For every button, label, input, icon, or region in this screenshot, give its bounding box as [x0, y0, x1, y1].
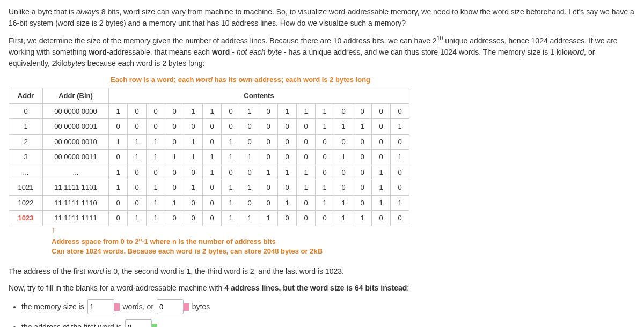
addr-cell: 3 — [9, 150, 43, 165]
bit-cell: 0 — [372, 211, 391, 226]
bit-cell: 1 — [391, 119, 409, 135]
bit-cell: 0 — [184, 165, 203, 180]
addr-cell: 0 — [9, 103, 43, 119]
text-bold: word — [89, 48, 106, 56]
text: 8 bits, word size can vary from machine … — [9, 8, 634, 27]
bit-cell: 1 — [184, 103, 203, 119]
addr-bin-cell: 11 1111 1111 — [43, 211, 109, 226]
bit-cell: 1 — [165, 150, 184, 165]
bit-cell: 1 — [147, 211, 165, 226]
paragraph-4: Now, try to fill in the blanks for a wor… — [9, 283, 635, 294]
text: Address space from 0 to 2 — [52, 237, 139, 246]
text-em: not each byte — [237, 48, 282, 56]
addr-cell: 1022 — [9, 195, 43, 211]
text-em: word — [196, 76, 213, 84]
bit-cell: 0 — [240, 195, 259, 211]
bit-cell: 1 — [147, 180, 165, 196]
bit-cell: 1 — [278, 103, 297, 119]
addr-bin-cell: 00 0000 0001 — [43, 119, 109, 135]
bit-cell: 0 — [109, 119, 128, 135]
bit-cell: 0 — [259, 134, 278, 150]
bit-cell: 1 — [222, 195, 240, 211]
bit-cell: 0 — [128, 195, 147, 211]
bit-cell: 1 — [109, 103, 128, 119]
bit-cell: 1 — [184, 134, 203, 150]
bit-cell: 1 — [316, 119, 334, 135]
bit-cell: 0 — [240, 134, 259, 150]
bit-cell: 0 — [240, 165, 259, 180]
table-row: 300 0000 00110111111100001001 — [9, 150, 409, 165]
bit-cell: 1 — [334, 150, 353, 165]
bit-cell: 0 — [353, 134, 372, 150]
text: -1 where n is the number of address bits — [142, 237, 276, 246]
table-row: 200 0000 00101110101000000000 — [9, 134, 409, 150]
bit-cell: 1 — [222, 150, 240, 165]
bit-cell: 0 — [259, 195, 278, 211]
bit-cell: 0 — [165, 165, 184, 180]
bit-cell: 0 — [128, 119, 147, 135]
first-word-addr-input[interactable] — [125, 319, 152, 327]
status-chip-icon — [152, 324, 157, 327]
bit-cell: 0 — [184, 211, 203, 226]
bit-cell: 1 — [203, 150, 222, 165]
bit-cell: 1 — [240, 211, 259, 226]
bit-cell: 0 — [316, 150, 334, 165]
addr-cell: ... — [9, 165, 43, 180]
text: the memory size is — [21, 302, 86, 311]
bit-cell: 1 — [259, 165, 278, 180]
arrow-up-icon: ↑ — [52, 226, 635, 234]
bit-cell: 1 — [109, 134, 128, 150]
memory-size-bytes-input[interactable] — [157, 299, 184, 314]
bit-cell: 0 — [372, 119, 391, 135]
bit-cell: 0 — [128, 180, 147, 196]
bit-cell: 0 — [391, 134, 409, 150]
bit-cell: 1 — [334, 211, 353, 226]
bit-cell: 1 — [334, 119, 353, 135]
text: is 0, the second word is 1, the third wo… — [104, 267, 343, 276]
bit-cell: 0 — [184, 119, 203, 135]
bit-cell: 1 — [391, 195, 409, 211]
bit-cell: 0 — [278, 180, 297, 196]
list-item: the address of the first word is — [21, 319, 635, 327]
bit-cell: 0 — [128, 103, 147, 119]
bit-cell: 0 — [297, 211, 316, 226]
bit-cell: 0 — [222, 103, 240, 119]
bit-cell: 1 — [353, 211, 372, 226]
bit-cell: 1 — [259, 211, 278, 226]
table-row: 102311 1111 11110110001110001100 — [9, 211, 409, 226]
memory-diagram: Each row is a word; each word has its ow… — [9, 75, 635, 257]
bit-cell: 0 — [203, 195, 222, 211]
bit-cell: 1 — [222, 211, 240, 226]
bit-cell: 0 — [147, 165, 165, 180]
diagram-top-caption: Each row is a word; each word has its ow… — [111, 75, 635, 85]
table-row: 100 0000 00010000000000011101 — [9, 119, 409, 135]
addr-bin-cell: 00 0000 0010 — [43, 134, 109, 150]
bit-cell: 0 — [316, 211, 334, 226]
bit-cell: 0 — [165, 134, 184, 150]
bit-cell: 0 — [334, 103, 353, 119]
text-em: bytes — [67, 59, 85, 68]
addr-bin-cell: ... — [43, 165, 109, 180]
bit-cell: 0 — [203, 211, 222, 226]
bit-cell: 0 — [372, 103, 391, 119]
addr-bin-cell: 00 0000 0011 — [43, 150, 109, 165]
text-em: word — [87, 267, 104, 276]
bit-cell: 0 — [278, 150, 297, 165]
text: Unlike a byte that is — [9, 8, 76, 16]
bit-cell: 1 — [316, 180, 334, 196]
bit-cell: 0 — [165, 103, 184, 119]
text: Each row is a word; each — [111, 76, 196, 84]
bit-cell: 1 — [147, 150, 165, 165]
bit-cell: 0 — [128, 165, 147, 180]
text: - — [230, 48, 236, 56]
bit-cell: 1 — [372, 180, 391, 196]
col-header-addr-bin: Addr (Bin) — [43, 88, 109, 104]
text: words, or — [122, 302, 155, 311]
memory-size-words-input[interactable] — [87, 299, 114, 314]
bit-cell: 1 — [372, 165, 391, 180]
text: has its own address; each word is 2 byte… — [213, 76, 370, 84]
bit-cell: 0 — [391, 180, 409, 196]
table-row: 102111 1111 11011010101100110010 — [9, 180, 409, 196]
bit-cell: 0 — [278, 211, 297, 226]
bit-cell: 0 — [316, 165, 334, 180]
